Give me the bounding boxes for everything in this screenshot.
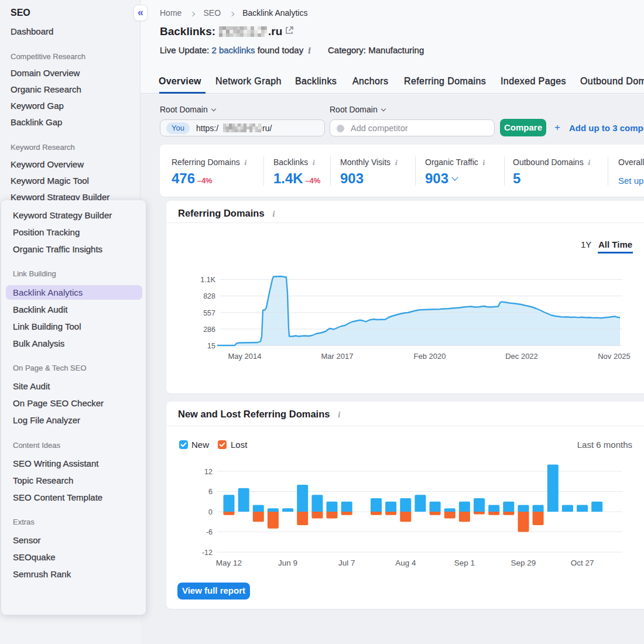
svg-text:0: 0	[208, 508, 213, 516]
svg-text:828: 828	[203, 292, 215, 300]
svg-text:Dec 2022: Dec 2022	[505, 352, 538, 361]
svg-text:Mar 2017: Mar 2017	[321, 352, 354, 361]
svg-text:286: 286	[203, 326, 215, 334]
svg-text:Aug 4: Aug 4	[395, 559, 416, 567]
svg-text:6: 6	[208, 488, 213, 496]
svg-text:-12: -12	[202, 549, 213, 557]
svg-text:15: 15	[207, 342, 215, 350]
svg-text:Feb 2020: Feb 2020	[414, 352, 446, 361]
svg-text:Sep 29: Sep 29	[511, 559, 536, 567]
svg-text:May 2014: May 2014	[228, 352, 261, 361]
svg-text:Jul 7: Jul 7	[338, 559, 355, 567]
svg-text:Oct 27: Oct 27	[571, 559, 594, 567]
svg-text:Sep 1: Sep 1	[454, 559, 475, 567]
svg-text:-6: -6	[206, 528, 213, 536]
svg-text:Jun 9: Jun 9	[278, 559, 297, 567]
svg-text:557: 557	[203, 309, 215, 317]
svg-text:May 12: May 12	[216, 559, 242, 567]
svg-text:1.1K: 1.1K	[200, 276, 215, 284]
svg-text:12: 12	[204, 468, 213, 476]
svg-text:Nov 2025: Nov 2025	[598, 352, 631, 361]
